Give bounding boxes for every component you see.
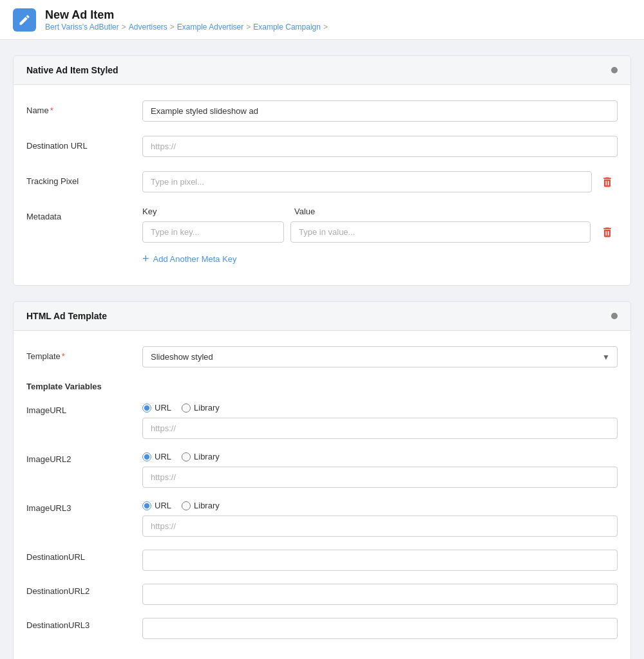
destination-url2-var-label: DestinationURL2 xyxy=(26,584,129,596)
name-label: Name* xyxy=(26,100,129,115)
metadata-value-input[interactable] xyxy=(290,221,591,243)
imageurl2-library-radio-label[interactable]: Library xyxy=(182,452,220,461)
trash-icon xyxy=(601,176,614,189)
html-template-section-header: HTML Ad Template xyxy=(14,302,630,331)
native-ad-section: Native Ad Item Styled Name* Destination … xyxy=(13,55,631,286)
destination-url-var-label: DestinationURL xyxy=(26,550,129,562)
breadcrumb-example-advertiser[interactable]: Example Advertiser xyxy=(177,23,243,32)
imageurl-library-radio-label[interactable]: Library xyxy=(182,403,220,413)
imageurl2-label: ImageURL2 xyxy=(26,452,129,464)
imageurl2-control: URL Library xyxy=(142,452,618,488)
metadata-inputs-row xyxy=(142,221,618,243)
template-row: Template* Slideshow styled Standard Cust… xyxy=(26,346,618,367)
metadata-value-header: Value xyxy=(294,207,584,216)
destination-url2-var-control xyxy=(142,584,618,605)
destination-url-input[interactable] xyxy=(142,136,618,157)
destination-url3-var-input[interactable] xyxy=(142,618,618,639)
page-title: New Ad Item xyxy=(45,8,328,23)
template-select[interactable]: Slideshow styled Standard Custom xyxy=(142,346,618,367)
destination-url2-var-input[interactable] xyxy=(142,584,618,605)
destination-url3-var-label: DestinationURL3 xyxy=(26,618,129,630)
trash-icon-meta xyxy=(601,226,614,239)
breadcrumb-example-campaign[interactable]: Example Campaign xyxy=(253,23,321,32)
imageurl3-url-radio-label[interactable]: URL xyxy=(142,501,171,510)
imageurl-input[interactable] xyxy=(142,418,618,439)
destination-url-row: Destination URL xyxy=(26,136,618,157)
imageurl3-library-radio-label[interactable]: Library xyxy=(182,501,220,510)
html-template-section-body: Template* Slideshow styled Standard Cust… xyxy=(14,331,630,659)
imageurl3-input[interactable] xyxy=(142,515,618,537)
tracking-pixel-input-row xyxy=(142,171,618,192)
tracking-pixel-row: Tracking Pixel xyxy=(26,171,618,192)
name-control xyxy=(142,100,618,122)
html-template-status-dot xyxy=(611,313,618,319)
native-ad-status-dot xyxy=(611,67,618,73)
destination-url-var-control xyxy=(142,550,618,571)
imageurl2-row: ImageURL2 URL Library xyxy=(26,452,618,488)
imageurl-url-radio[interactable] xyxy=(142,404,151,413)
imageurl3-control: URL Library xyxy=(142,501,618,537)
metadata-delete-button[interactable] xyxy=(597,222,618,243)
metadata-label: Metadata xyxy=(26,207,129,221)
header-icon xyxy=(13,8,36,32)
template-select-container: Slideshow styled Standard Custom ▼ xyxy=(142,346,618,367)
html-template-section-title: HTML Ad Template xyxy=(26,311,107,321)
imageurl-library-radio[interactable] xyxy=(182,404,191,413)
imageurl3-library-radio[interactable] xyxy=(182,501,191,510)
tracking-pixel-label: Tracking Pixel xyxy=(26,171,129,186)
imageurl-row: ImageURL URL Library xyxy=(26,403,618,439)
imageurl-url-radio-label[interactable]: URL xyxy=(142,403,171,413)
destination-url-control xyxy=(142,136,618,157)
imageurl-control: URL Library xyxy=(142,403,618,439)
imageurl3-radio-group: URL Library xyxy=(142,501,618,510)
metadata-row: Metadata Key Value xyxy=(26,207,618,270)
name-row: Name* xyxy=(26,100,618,122)
imageurl-label: ImageURL xyxy=(26,403,129,415)
breadcrumb-advertisers[interactable]: Advertisers xyxy=(129,23,167,32)
main-content: Native Ad Item Styled Name* Destination … xyxy=(0,40,644,659)
native-ad-section-title: Native Ad Item Styled xyxy=(26,65,118,75)
imageurl3-label: ImageURL3 xyxy=(26,501,129,513)
header-text-block: New Ad Item Bert Variss's AdButler > Adv… xyxy=(45,8,328,32)
breadcrumb-adbutler[interactable]: Bert Variss's AdButler xyxy=(45,23,119,32)
imageurl-radio-group: URL Library xyxy=(142,403,618,413)
tracking-pixel-control xyxy=(142,171,618,192)
template-select-wrap: Slideshow styled Standard Custom ▼ xyxy=(142,346,618,367)
add-meta-key-button[interactable]: + Add Another Meta Key xyxy=(142,248,237,270)
imageurl3-row: ImageURL3 URL Library xyxy=(26,501,618,537)
destination-url3-var-control xyxy=(142,618,618,639)
native-ad-section-header: Native Ad Item Styled xyxy=(14,56,630,85)
metadata-headers: Key Value xyxy=(142,207,618,216)
html-template-section: HTML Ad Template Template* Slideshow sty… xyxy=(13,301,631,659)
destination-url2-var-row: DestinationURL2 xyxy=(26,584,618,605)
destination-url-var-input[interactable] xyxy=(142,550,618,571)
imageurl2-library-radio[interactable] xyxy=(182,452,191,461)
name-input[interactable] xyxy=(142,100,618,122)
page-header: New Ad Item Bert Variss's AdButler > Adv… xyxy=(0,0,644,40)
breadcrumb: Bert Variss's AdButler > Advertisers > E… xyxy=(45,23,328,32)
imageurl2-url-radio[interactable] xyxy=(142,452,151,461)
imageurl2-input[interactable] xyxy=(142,467,618,488)
imageurl2-url-radio-label[interactable]: URL xyxy=(142,452,171,461)
destination-url-label: Destination URL xyxy=(26,136,129,151)
edit-icon xyxy=(18,14,31,26)
destination-url3-var-row: DestinationURL3 xyxy=(26,618,618,639)
tracking-pixel-delete-button[interactable] xyxy=(597,172,618,192)
template-variables-heading: Template Variables xyxy=(26,382,618,391)
imageurl2-radio-group: URL Library xyxy=(142,452,618,461)
tracking-pixel-input[interactable] xyxy=(142,171,592,192)
plus-icon: + xyxy=(142,253,149,265)
imageurl3-url-radio[interactable] xyxy=(142,501,151,510)
metadata-key-input[interactable] xyxy=(142,221,284,243)
template-label: Template* xyxy=(26,346,129,361)
native-ad-section-body: Name* Destination URL Tracking Pixel xyxy=(14,85,630,285)
metadata-control: Key Value + xyxy=(142,207,618,270)
metadata-key-header: Key xyxy=(142,207,284,216)
destination-url-var-row: DestinationURL xyxy=(26,550,618,571)
